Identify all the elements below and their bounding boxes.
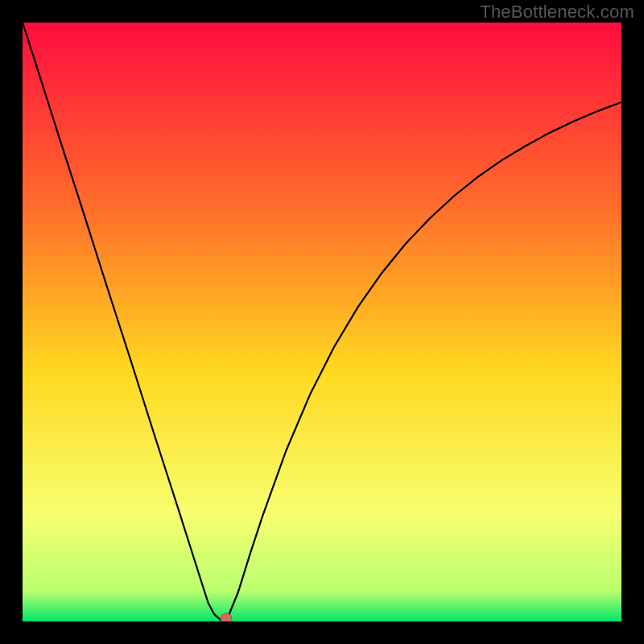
source-watermark: TheBottleneck.com: [480, 2, 634, 23]
chart-svg: [23, 23, 621, 621]
plot-area: [23, 23, 621, 621]
optimal-point-marker: [221, 613, 232, 621]
chart-frame: TheBottleneck.com: [0, 0, 644, 644]
gradient-background: [23, 23, 621, 621]
